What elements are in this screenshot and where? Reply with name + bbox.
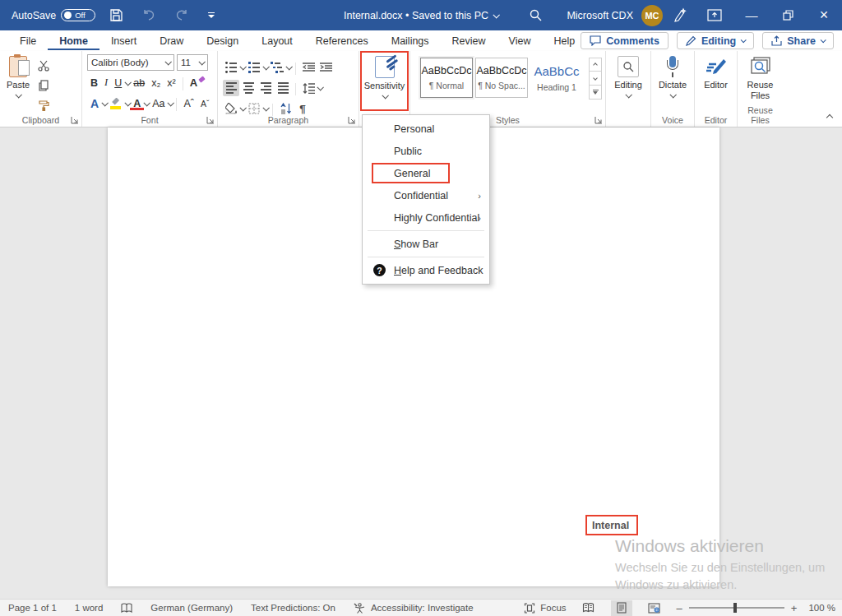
menu-item-confidential[interactable]: Confidential › [363, 184, 489, 206]
font-size-select[interactable]: 11 [177, 54, 208, 71]
sort-button[interactable] [277, 100, 294, 117]
autosave-toggle[interactable]: AutoSave Off [12, 9, 95, 21]
menu-item-show-bar[interactable]: Show Bar [363, 233, 489, 255]
grow-font-button[interactable]: Aˆ [180, 98, 197, 109]
read-mode-button[interactable] [578, 600, 599, 616]
font-color-button[interactable]: A [130, 98, 144, 109]
justify-button[interactable] [275, 80, 291, 96]
borders-button[interactable] [246, 100, 262, 117]
style-no-spacing[interactable]: AaBbCcDc ¶ No Spac... [475, 58, 528, 98]
minimize-button[interactable]: — [733, 0, 770, 30]
bold-button[interactable]: B [87, 77, 101, 89]
tab-home[interactable]: Home [48, 32, 99, 50]
shrink-font-button[interactable]: Aˇ [197, 99, 213, 109]
chevron-down-icon[interactable] [285, 63, 292, 70]
align-left-button[interactable] [223, 80, 239, 96]
menu-item-highly-confidential[interactable]: Highly Confidential › [363, 206, 489, 229]
sensitivity-button[interactable]: Sensitivity [361, 51, 409, 110]
copy-icon[interactable] [36, 77, 51, 94]
restore-button[interactable] [770, 0, 806, 30]
text-effects-button[interactable]: A [87, 97, 102, 110]
close-button[interactable]: × [806, 0, 842, 30]
undo-icon[interactable] [136, 5, 161, 26]
tab-draw[interactable]: Draw [148, 32, 195, 50]
zoom-out-button[interactable]: – [677, 602, 682, 614]
language-indicator[interactable]: German (Germany) [150, 603, 233, 613]
customize-quick-access-icon[interactable] [202, 12, 220, 18]
bullet-list-button[interactable] [223, 59, 239, 76]
page-indicator[interactable]: Page 1 of 1 [8, 603, 57, 613]
tab-layout[interactable]: Layout [250, 32, 304, 50]
clear-formatting-button[interactable]: A [187, 76, 201, 89]
align-center-button[interactable] [240, 80, 257, 96]
web-layout-button[interactable] [644, 600, 665, 616]
highlight-button[interactable] [107, 98, 125, 109]
focus-button[interactable]: Focus [524, 603, 566, 614]
chevron-down-icon[interactable] [317, 84, 323, 90]
superscript-button[interactable]: x² [164, 77, 178, 89]
styles-dialog-launcher[interactable] [594, 116, 603, 124]
tab-view[interactable]: View [497, 32, 543, 50]
format-painter-icon[interactable] [36, 97, 51, 113]
change-case-button[interactable]: Aa [149, 98, 168, 109]
save-icon[interactable] [104, 5, 128, 26]
collapse-ribbon-icon[interactable] [827, 112, 832, 122]
pen-sparkle-icon[interactable] [671, 7, 687, 24]
zoom-level[interactable]: 100 % [808, 603, 835, 613]
subscript-button[interactable]: x₂ [148, 77, 164, 89]
font-dialog-launcher[interactable] [206, 116, 215, 124]
zoom-slider-thumb[interactable] [733, 603, 737, 613]
clipboard-dialog-launcher[interactable] [71, 116, 79, 124]
search-icon[interactable] [516, 5, 554, 25]
show-formatting-marks-button[interactable]: ¶ [294, 100, 311, 117]
accessibility-indicator[interactable]: Accessibility: Investigate [354, 603, 474, 614]
ribbon-display-options-icon[interactable] [707, 9, 722, 21]
share-button[interactable]: Share [762, 32, 834, 49]
cut-icon[interactable] [36, 58, 51, 74]
menu-item-general[interactable]: General [363, 162, 489, 184]
text-predictions-indicator[interactable]: Text Predictions: On [251, 603, 335, 613]
tab-file[interactable]: File [8, 32, 48, 50]
avatar[interactable]: MC [641, 5, 663, 26]
menu-item-help-and-feedback[interactable]: ? Help and Feedback [363, 259, 489, 281]
editing-mode-button[interactable]: Editing [677, 32, 754, 49]
italic-button[interactable]: I [101, 76, 111, 89]
tab-review[interactable]: Review [441, 32, 497, 50]
align-right-button[interactable] [257, 80, 274, 96]
line-spacing-button[interactable] [300, 80, 317, 96]
menu-item-personal[interactable]: Personal [363, 118, 489, 140]
decrease-indent-button[interactable] [300, 59, 317, 76]
underline-button[interactable]: U [111, 77, 125, 89]
comments-button[interactable]: Comments [581, 32, 669, 49]
tab-mailings[interactable]: Mailings [380, 32, 441, 50]
style-heading1[interactable]: AaBbCc Heading 1 [530, 58, 583, 98]
shading-button[interactable] [223, 100, 239, 117]
zoom-in-button[interactable]: + [791, 602, 798, 614]
chevron-down-icon[interactable] [262, 104, 269, 111]
print-layout-button[interactable] [611, 600, 632, 616]
styles-scroll-up[interactable] [590, 58, 601, 72]
paragraph-dialog-launcher[interactable] [348, 116, 356, 124]
tab-insert[interactable]: Insert [99, 32, 148, 50]
reuse-files-button[interactable]: ReuseFiles [738, 51, 783, 110]
font-name-select[interactable]: Calibri (Body) [87, 54, 174, 71]
multilevel-list-button[interactable] [269, 59, 285, 76]
editor-button[interactable]: Editor [695, 51, 737, 110]
autosave-switch[interactable]: Off [61, 9, 95, 21]
word-count[interactable]: 1 word [75, 603, 104, 613]
tab-help[interactable]: Help [542, 32, 586, 50]
editing-button[interactable]: Editing [606, 51, 650, 110]
paste-button[interactable]: Paste [0, 51, 36, 110]
tab-design[interactable]: Design [195, 32, 250, 50]
numbered-list-button[interactable] [246, 59, 262, 76]
account-name[interactable]: Microsoft CDX [567, 10, 633, 21]
style-normal[interactable]: AaBbCcDc ¶ Normal [420, 58, 473, 98]
proofing-icon[interactable] [121, 603, 132, 614]
styles-gallery-more[interactable] [590, 86, 601, 99]
redo-icon[interactable] [169, 5, 194, 26]
dictate-button[interactable]: Dictate [651, 51, 694, 110]
increase-indent-button[interactable] [317, 59, 334, 76]
strikethrough-button[interactable]: ab [130, 77, 148, 89]
menu-item-public[interactable]: Public [363, 140, 489, 162]
tab-references[interactable]: References [304, 32, 380, 50]
